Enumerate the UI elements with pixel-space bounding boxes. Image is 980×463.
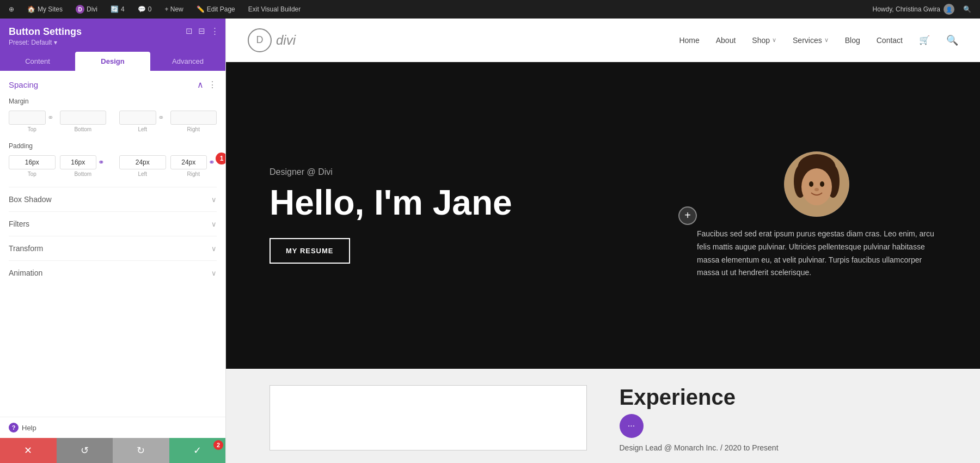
hero-description: Faucibus sed sed erat ipsum purus egesta…: [697, 228, 936, 279]
tab-advanced[interactable]: Advanced: [150, 52, 225, 71]
padding-top-label: Top: [28, 171, 36, 177]
transform-chevron-icon: ∨: [211, 245, 217, 253]
margin-top-label: Top: [28, 126, 36, 132]
sidebar-preset[interactable]: Preset: Default ▾: [9, 39, 217, 46]
padding-right-label: Right: [187, 171, 200, 177]
site-nav: D divi Home About Shop ∨ Services ∨: [226, 19, 980, 62]
sidebar-content: Spacing ∧ ⋮ Margin ⚭ Top: [0, 71, 225, 417]
cancel-button[interactable]: ✕: [0, 438, 57, 463]
redo-button[interactable]: ↻: [113, 438, 169, 463]
lower-section: Experience ··· Design Lead @ Monarch Inc…: [226, 369, 980, 463]
nav-services[interactable]: Services ∨: [793, 36, 829, 45]
svg-point-4: [801, 168, 832, 205]
avatar-svg: [784, 151, 849, 217]
margin-top-input[interactable]: [9, 111, 46, 125]
comments-item[interactable]: 💬 0: [134, 5, 155, 13]
padding-left-input[interactable]: [119, 155, 166, 169]
nav-about[interactable]: About: [716, 36, 736, 45]
padding-link-icon[interactable]: ⚭: [96, 158, 106, 167]
spacing-collapse-icon[interactable]: ∧: [197, 80, 204, 90]
admin-bar-right: Howdy, Christina Gwira 👤 🔍: [873, 4, 975, 15]
margin-bottom-input[interactable]: [60, 111, 107, 125]
sidebar-header-icons: ⊡ ⊟ ⋮: [186, 26, 219, 36]
avatar[interactable]: 👤: [944, 4, 954, 15]
hero-title: Hello, I'm Jane: [270, 184, 697, 222]
compress-icon[interactable]: ⊡: [186, 26, 193, 36]
comments-icon: 💬: [138, 5, 146, 13]
divi-icon: D: [76, 5, 84, 14]
lower-left: [270, 385, 587, 452]
tab-content[interactable]: Content: [0, 52, 75, 71]
resume-button[interactable]: MY RESUME: [270, 238, 350, 264]
logo-name: divi: [276, 33, 296, 48]
nav-home[interactable]: Home: [679, 36, 699, 45]
padding-label: Padding: [9, 142, 217, 150]
spacing-more-icon[interactable]: ⋮: [208, 80, 217, 90]
exit-builder-item[interactable]: Exit Visual Builder: [245, 5, 304, 13]
filters-section: Filters ∨: [9, 211, 217, 236]
help-label: Help: [22, 424, 36, 432]
nav-blog[interactable]: Blog: [845, 36, 860, 45]
lower-box: [270, 385, 587, 450]
more-icon[interactable]: ⋮: [211, 26, 219, 36]
box-shadow-header[interactable]: Box Shadow ∨: [9, 195, 217, 204]
cart-icon[interactable]: 🛒: [919, 35, 930, 45]
cancel-icon: ✕: [24, 444, 32, 456]
animation-chevron-icon: ∨: [211, 269, 217, 277]
transform-title: Transform: [9, 244, 43, 253]
margin-link-left-icon: ⚭: [156, 113, 166, 122]
updates-item[interactable]: 🔄 4: [107, 5, 128, 13]
wp-icon[interactable]: ⊕: [5, 5, 17, 13]
padding-right-pair: ⚭ Right: [170, 155, 217, 177]
margin-bottom-label: Bottom: [74, 126, 91, 132]
columns-icon[interactable]: ⊟: [198, 26, 205, 36]
filters-header[interactable]: Filters ∨: [9, 220, 217, 228]
margin-bottom-pair: Bottom: [60, 111, 107, 132]
search-icon[interactable]: 🔍: [946, 34, 958, 46]
nav-contact[interactable]: Contact: [877, 36, 903, 45]
divi-item[interactable]: D Divi: [72, 5, 101, 14]
save-button[interactable]: ✓ 2: [169, 438, 226, 463]
filters-title: Filters: [9, 220, 29, 228]
edit-page-item[interactable]: ✏️ Edit Page: [193, 5, 238, 13]
nav-shop[interactable]: Shop ∨: [752, 36, 776, 45]
margin-right-input[interactable]: [170, 111, 217, 125]
updates-icon: 🔄: [111, 5, 119, 13]
edit-icon: ✏️: [197, 5, 205, 13]
padding-right-input[interactable]: [170, 155, 207, 169]
lower-right: Experience ··· Design Lead @ Monarch Inc…: [620, 385, 937, 452]
svg-point-7: [814, 188, 819, 191]
my-sites-item[interactable]: 🏠 My Sites: [24, 5, 66, 13]
hero-left: Designer @ Divi Hello, I'm Jane MY RESUM…: [270, 167, 697, 264]
admin-search[interactable]: 🔍: [960, 5, 975, 13]
transform-header[interactable]: Transform ∨: [9, 244, 217, 253]
add-element-button[interactable]: +: [678, 206, 697, 225]
help-button[interactable]: ? Help: [0, 417, 225, 438]
redo-icon: ↻: [137, 444, 145, 456]
design-lead-text: Design Lead @ Monarch Inc. / 2020 to Pre…: [620, 443, 937, 452]
margin-left-input[interactable]: [119, 111, 156, 125]
padding-left-pair: Left: [119, 155, 166, 177]
transform-section: Transform ∨: [9, 236, 217, 260]
padding-bottom-label: Bottom: [74, 171, 91, 177]
margin-group: Margin ⚭ Top Bottom: [9, 98, 217, 132]
margin-link-top-icon: ⚭: [46, 113, 56, 122]
padding-top-input[interactable]: [9, 155, 56, 169]
margin-label: Margin: [9, 98, 217, 105]
purple-dots-button[interactable]: ···: [620, 414, 644, 438]
padding-bottom-pair: ⚭ Bottom: [60, 155, 107, 177]
margin-right-pair: Right: [170, 111, 217, 132]
padding-inputs-row: Top ⚭ Bottom Left: [9, 155, 217, 177]
undo-button[interactable]: ↺: [57, 438, 113, 463]
animation-header[interactable]: Animation ∨: [9, 269, 217, 277]
shop-dropdown-icon: ∨: [772, 36, 776, 44]
animation-section: Animation ∨: [9, 260, 217, 285]
home-icon: 🏠: [27, 5, 35, 13]
animation-title: Animation: [9, 269, 42, 277]
padding-bottom-input[interactable]: [60, 155, 97, 169]
tab-design[interactable]: Design: [75, 52, 150, 71]
box-shadow-chevron-icon: ∨: [211, 196, 217, 204]
avatar-image: [784, 151, 849, 217]
margin-left-label: Left: [138, 126, 147, 132]
new-item[interactable]: + New: [161, 5, 186, 13]
